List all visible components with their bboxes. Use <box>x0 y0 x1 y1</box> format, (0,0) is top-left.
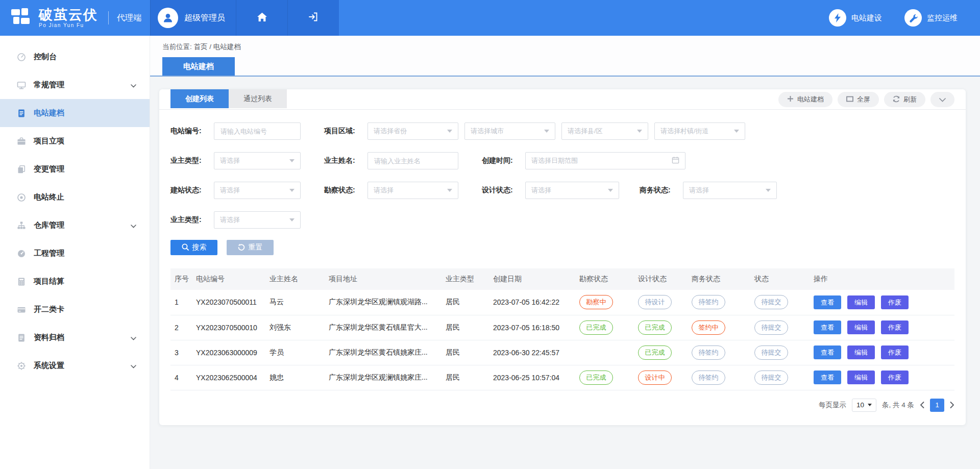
business-status-label: 商务状态: <box>640 186 678 195</box>
reset-button[interactable]: 重置 <box>227 240 274 255</box>
page-number-button[interactable]: 1 <box>930 399 944 412</box>
status-badge: 待提交 <box>754 345 788 360</box>
speedometer-icon <box>16 249 26 258</box>
build-status-label: 建站状态: <box>170 186 209 195</box>
top-header: 破茧云伏 Po Jian Yun Fu 代理端 超级管理员 <box>0 0 980 36</box>
edit-button[interactable]: 编辑 <box>847 320 875 334</box>
create-time-label: 创建时间: <box>482 156 520 165</box>
next-page-button[interactable] <box>950 402 954 408</box>
cell-created: 2023-06-30 22:45:57 <box>489 340 575 365</box>
cell-address: 广东深圳龙华区黄石镇星官大... <box>325 315 442 340</box>
design-status-select[interactable]: 请选择 <box>525 182 619 199</box>
brand-title: 破茧云伏 <box>39 8 98 22</box>
view-button[interactable]: 查看 <box>814 295 841 309</box>
content-area: 创建列表 通过列表 电站建档 全屏 <box>150 77 980 425</box>
build-status-select[interactable]: 请选择 <box>214 182 301 199</box>
caret-down-icon <box>544 130 549 133</box>
prev-page-button[interactable] <box>920 402 924 408</box>
search-button[interactable]: 搜索 <box>170 240 217 255</box>
view-button[interactable]: 查看 <box>814 320 841 334</box>
edit-button[interactable]: 编辑 <box>847 345 875 359</box>
sidebar-item-data-archive[interactable]: 资料归档 <box>0 324 150 352</box>
project-region-label: 项目区域: <box>324 127 362 136</box>
tab-create-list[interactable]: 创建列表 <box>170 89 229 108</box>
table-row: 3 YX2023063000009 学员 广东深圳龙华区黄石镇姚家庄... 居民… <box>170 340 954 365</box>
home-button[interactable] <box>236 0 287 36</box>
refresh-button[interactable]: 刷新 <box>884 92 925 107</box>
status-badge: 签约中 <box>692 320 725 335</box>
edit-button[interactable]: 编辑 <box>847 295 875 309</box>
void-button[interactable]: 作废 <box>881 371 909 384</box>
copy-icon <box>16 165 26 174</box>
sidebar-item-station-terminate[interactable]: 电站终止 <box>0 183 150 211</box>
col-ops: 操作 <box>810 268 954 290</box>
sidebar-item-open-card[interactable]: 开二类卡 <box>0 295 150 324</box>
sidebar-item-label: 常规管理 <box>34 80 64 90</box>
user-menu[interactable]: 超级管理员 <box>150 0 236 36</box>
sidebar-item-label: 控制台 <box>34 52 57 62</box>
brand-divider <box>108 11 109 24</box>
town-select[interactable]: 请选择村镇/街道 <box>654 122 745 140</box>
sidebar-item-label: 项目立项 <box>34 136 64 146</box>
sidebar-item-station-archive[interactable]: 电站建档 <box>0 99 150 127</box>
create-station-button[interactable]: 电站建档 <box>778 92 832 107</box>
owner-type2-select[interactable]: 请选择 <box>214 211 301 229</box>
caret-down-icon <box>608 189 613 192</box>
station-code-input[interactable] <box>214 122 301 140</box>
status-badge: 待签约 <box>692 295 725 309</box>
cell-code: YX2023063000009 <box>192 340 265 365</box>
survey-status-label: 勘察状态: <box>324 186 362 195</box>
status-badge: 勘察中 <box>579 295 613 309</box>
edit-button[interactable]: 编辑 <box>847 371 875 384</box>
tab-passed-list[interactable]: 通过列表 <box>229 89 287 108</box>
sidebar-item-warehouse-mgmt[interactable]: 仓库管理 <box>0 211 150 239</box>
caret-down-icon <box>447 130 452 133</box>
collapse-toolbar-button[interactable] <box>930 92 954 107</box>
fullscreen-button[interactable]: 全屏 <box>838 92 879 107</box>
owner-type-select[interactable]: 请选择 <box>214 152 301 169</box>
void-button[interactable]: 作废 <box>881 345 909 359</box>
sidebar-item-label: 仓库管理 <box>34 220 64 230</box>
tab-station-archive[interactable]: 电站建档 <box>162 57 235 76</box>
business-status-select[interactable]: 请选择 <box>683 182 777 199</box>
design-status-label: 设计状态: <box>482 186 520 195</box>
owner-name-input[interactable] <box>368 152 458 169</box>
view-button[interactable]: 查看 <box>814 345 841 359</box>
void-button[interactable]: 作废 <box>881 320 909 334</box>
logout-icon <box>308 12 318 24</box>
province-select[interactable]: 请选择省份 <box>368 122 458 140</box>
page-tab-row: 电站建档 <box>150 57 980 77</box>
header-right-nav: 电站建设 监控运维 <box>829 0 980 36</box>
per-page-select[interactable]: 10 <box>852 399 876 412</box>
user-avatar-icon <box>158 8 178 28</box>
view-button[interactable]: 查看 <box>814 371 841 384</box>
card-icon <box>16 305 26 314</box>
sidebar-item-console[interactable]: 控制台 <box>0 43 150 71</box>
cell-owner: 马云 <box>265 290 325 315</box>
sidebar-item-general-mgmt[interactable]: 常规管理 <box>0 71 150 99</box>
col-owner-type: 业主类型 <box>442 268 489 290</box>
cell-owner: 学员 <box>265 340 325 365</box>
county-select[interactable]: 请选择县/区 <box>561 122 648 140</box>
status-badge: 已完成 <box>638 345 672 360</box>
filter-row-2: 业主类型: 请选择 业主姓名: 创建时间: 请选择日期范围 <box>170 152 954 169</box>
sidebar-item-label: 电站终止 <box>34 192 64 202</box>
table-row: 2 YX2023070500010 刘强东 广东深圳龙华区黄石镇星官大... 居… <box>170 315 954 340</box>
date-range-input[interactable]: 请选择日期范围 <box>525 152 685 169</box>
nav-monitor-ops[interactable]: 监控运维 <box>904 9 958 27</box>
sidebar-item-system-settings[interactable]: 系统设置 <box>0 352 150 380</box>
status-badge: 待签约 <box>692 371 725 385</box>
sidebar-item-change-mgmt[interactable]: 变更管理 <box>0 155 150 183</box>
survey-status-select[interactable]: 请选择 <box>368 182 458 199</box>
nav-station-build[interactable]: 电站建设 <box>829 9 882 27</box>
filter-row-4: 业主类型: 请选择 <box>170 211 954 229</box>
city-select[interactable]: 请选择城市 <box>464 122 555 140</box>
cell-code: YX2023070500011 <box>192 290 265 315</box>
sidebar-item-project-initiation[interactable]: 项目立项 <box>0 127 150 155</box>
logout-button[interactable] <box>287 0 339 36</box>
col-address: 项目地址 <box>325 268 442 290</box>
cell-owner-type: 居民 <box>442 315 489 340</box>
sidebar-item-project-settlement[interactable]: 项目结算 <box>0 267 150 295</box>
void-button[interactable]: 作废 <box>881 295 909 309</box>
sidebar-item-engineering-mgmt[interactable]: 工程管理 <box>0 239 150 267</box>
